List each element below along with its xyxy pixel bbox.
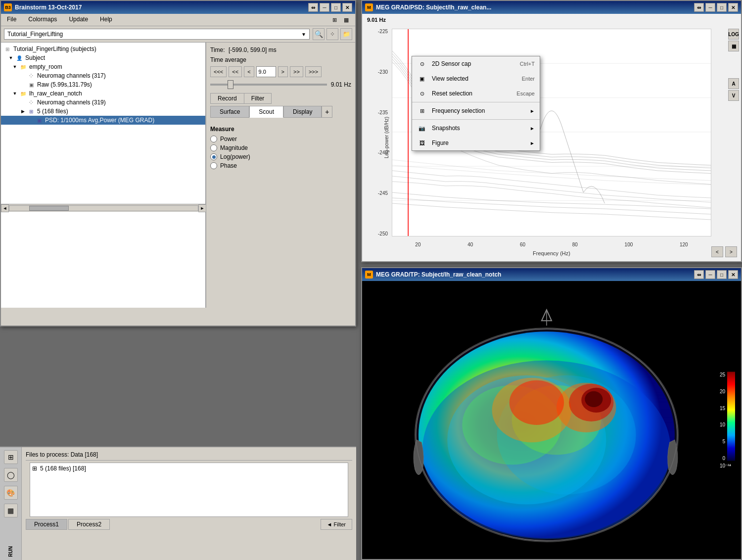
close-btn[interactable]: ✕ (342, 3, 352, 12)
tree-item-lh-folder[interactable]: ▼ 📁 lh_raw_clean_notch (1, 89, 205, 98)
psd-close-btn[interactable]: ✕ (728, 3, 738, 12)
ctx-2d-shortcut: Ctrl+T (520, 61, 535, 67)
folder-icon[interactable]: 📁 (340, 28, 352, 40)
sub-tab-display[interactable]: Display (283, 106, 322, 118)
menu-file[interactable]: File (5, 15, 18, 25)
ctx-freq-selection[interactable]: ⊞ Frequency selection ► (412, 103, 540, 118)
ctx-view-selected[interactable]: ▣ View selected Enter (412, 71, 540, 86)
sub-tab-scout[interactable]: Scout (249, 106, 283, 118)
psd-nav-right[interactable]: > (725, 246, 737, 257)
sub-tab-surface[interactable]: Surface (210, 106, 249, 118)
tab-plus-btn[interactable]: + (322, 106, 332, 118)
ctx-fig-label: Figure (432, 140, 525, 146)
search-icon[interactable]: 🔍 (313, 28, 325, 40)
radio-power[interactable] (210, 136, 217, 142)
proc-icon-1[interactable]: ⊞ (4, 450, 18, 464)
5files-expander[interactable]: ▶ (19, 109, 27, 114)
tp-resize-icon[interactable]: ⇔ (694, 270, 704, 279)
process-list[interactable]: ⊞ 5 (168 files) [168] (30, 463, 348, 517)
project-dropdown[interactable]: Tutorial_FingerLifting ▼ (4, 29, 310, 40)
maximize-btn[interactable]: □ (331, 3, 341, 12)
radio-phase[interactable] (210, 162, 217, 169)
view-icon[interactable]: ▦ (341, 15, 351, 25)
proc-icon-4[interactable]: ▦ (4, 504, 18, 517)
proc-icon-2[interactable]: ◯ (4, 468, 18, 482)
tree-5files-label: 5 (168 files) (37, 108, 68, 115)
tree-item-raw[interactable]: ▣ Raw (5.99s,131.79s) (1, 80, 205, 89)
tree-item-empty-room[interactable]: ▼ 📁 empty_room (1, 62, 205, 71)
psd-title: MEG GRAD/PSD: Subject/lh_raw_clean... (376, 4, 491, 11)
tab-filter[interactable]: Filter (244, 93, 272, 103)
nav-next2[interactable]: >> (290, 66, 303, 77)
ctx-2d-sensor-cap[interactable]: ⊙ 2D Sensor cap Ctrl+T (412, 56, 540, 71)
log-btn[interactable]: LOG (728, 29, 739, 40)
a-btn[interactable]: A (728, 78, 739, 89)
process-tab-2[interactable]: Process2 (68, 519, 110, 530)
layout-icon[interactable]: ⊞ (329, 15, 339, 25)
psd-resize-icon[interactable]: ⇔ (694, 3, 704, 12)
ctx-snap-arrow: ► (530, 126, 535, 131)
ctx-snap-icon: 📷 (417, 123, 427, 133)
nav-start[interactable]: <<< (210, 66, 227, 77)
psd-maximize-btn[interactable]: □ (717, 3, 727, 12)
lh-folder-expander[interactable]: ▼ (11, 91, 19, 96)
run-button[interactable]: RUN (8, 542, 13, 557)
scroll-left-btn[interactable]: ◄ (1, 204, 9, 212)
tree-item-channels-317[interactable]: ⁘ Neuromag channels (317) (1, 71, 205, 80)
nav-next1[interactable]: > (278, 66, 288, 77)
ytick-1: -230 (378, 69, 388, 75)
radio-magnitude[interactable] (210, 144, 217, 151)
tree-scrollbar: ◄ ► (1, 204, 206, 212)
resize-icon[interactable]: ⇔ (308, 3, 318, 12)
grid-btn[interactable]: ▦ (728, 41, 739, 51)
ctx-snapshots[interactable]: 📷 Snapshots ► (412, 121, 540, 136)
brainstorm-main-window: B3 Brainstorm 13-Oct-2017 ⇔ ─ □ ✕ File C… (0, 0, 356, 327)
scroll-right-btn[interactable]: ► (198, 204, 206, 212)
freq-value: 9.01 Hz (331, 81, 351, 88)
tree-item-channels-319[interactable]: ⁘ Neuromag channels (319) (1, 98, 205, 107)
nav-prev1[interactable]: < (244, 66, 254, 77)
process-tab-1[interactable]: Process1 (26, 519, 67, 530)
xtick-4: 100 (625, 242, 633, 247)
tree-item-psd[interactable]: ▣ PSD: 1/1000ms Avg,Power (MEG GRAD) (1, 116, 205, 125)
tp-brain-content[interactable]: 25 20 15 10 5 0 10⁻²⁴ (362, 281, 741, 559)
measure-phase[interactable]: Phase (210, 162, 351, 169)
menu-colormaps[interactable]: Colormaps (26, 15, 59, 25)
ctx-figure[interactable]: 🖼 Figure ► (412, 136, 540, 150)
menu-help[interactable]: Help (98, 15, 114, 25)
scrollbar-thumb[interactable] (29, 206, 69, 211)
tp-close-btn[interactable]: ✕ (728, 270, 738, 279)
empty-room-expander[interactable]: ▼ (11, 64, 19, 69)
filter-button[interactable]: ◄ Filter (321, 519, 352, 530)
tree-item-root[interactable]: ⊞ Tutorial_FingerLifting (subjects) (1, 45, 205, 53)
scrollbar-track[interactable] (9, 205, 198, 211)
tree-item-subject[interactable]: ▼ 👤 Subject (1, 53, 205, 62)
nav-prev2[interactable]: << (229, 66, 242, 77)
measure-power[interactable]: Power (210, 136, 351, 142)
radio-logpower[interactable] (210, 153, 217, 160)
psd-minimize-btn[interactable]: ─ (705, 3, 715, 12)
tree-item-5files[interactable]: ▶ ⊞ 5 (168 files) (1, 107, 205, 116)
measure-magnitude[interactable]: Magnitude (210, 144, 351, 151)
nav-end[interactable]: >>> (305, 66, 322, 77)
file-tree[interactable]: ⊞ Tutorial_FingerLifting (subjects) ▼ 👤 … (1, 43, 206, 308)
time-average-label: Time average (210, 56, 351, 63)
raw-icon: ▣ (27, 81, 36, 89)
subjects-icon[interactable]: ⁘ (326, 28, 338, 40)
ctx-reset-selection[interactable]: ⊙ Reset selection Escape (412, 86, 540, 101)
tp-maximize-btn[interactable]: □ (717, 270, 727, 279)
minimize-btn[interactable]: ─ (320, 3, 329, 12)
freq-slider[interactable] (210, 84, 327, 86)
tp-minimize-btn[interactable]: ─ (705, 270, 715, 279)
subject-expander[interactable]: ▼ (7, 55, 15, 60)
menu-update[interactable]: Update (67, 15, 90, 25)
project-name: Tutorial_FingerLifting (7, 31, 63, 38)
slider-thumb[interactable] (228, 80, 233, 89)
tab-record[interactable]: Record (211, 93, 244, 103)
measure-logpower[interactable]: Log(power) (210, 153, 351, 160)
xtick-1: 40 (467, 242, 473, 247)
proc-icon-3[interactable]: 🎨 (4, 486, 18, 500)
v-btn[interactable]: V (728, 90, 739, 101)
psd-nav-left[interactable]: < (711, 246, 723, 257)
nav-value-input[interactable]: 9.0 (256, 66, 276, 77)
